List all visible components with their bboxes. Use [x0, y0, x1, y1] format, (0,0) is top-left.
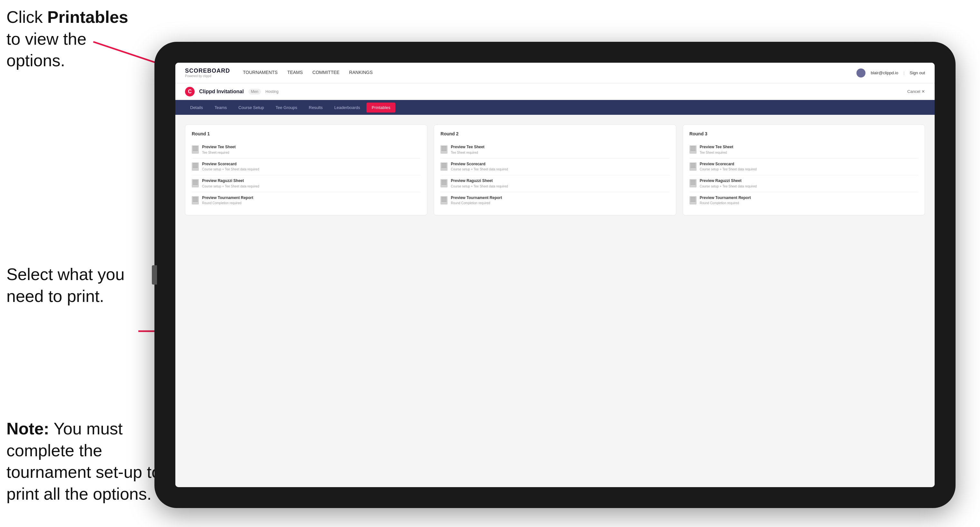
- document-icon: [192, 145, 199, 154]
- print-item-sub: Round Completion required: [202, 201, 253, 205]
- tournament-name: Clippd Invitational: [199, 89, 244, 95]
- print-text-r3-i1: Preview Tee SheetTee Sheet required: [700, 145, 733, 155]
- print-item-sub: Course setup + Tee Sheet data required: [451, 184, 508, 189]
- print-text-r1-i1: Preview Tee SheetTee Sheet required: [202, 145, 236, 155]
- annotation-bottom: Note: You must complete the tournament s…: [6, 418, 161, 505]
- print-item-title: Preview Tournament Report: [451, 195, 502, 201]
- print-item-r3-i4[interactable]: Preview Tournament ReportRound Completio…: [689, 192, 918, 209]
- print-text-r3-i3: Preview Raguzzi SheetCourse setup + Tee …: [700, 178, 757, 189]
- tab-leaderboards[interactable]: Leaderboards: [329, 103, 365, 113]
- tablet-screen: SCOREBOARD Powered by clippd TOURNAMENTS…: [175, 63, 935, 487]
- document-icon: [192, 162, 199, 171]
- tablet-side-button: [152, 265, 157, 284]
- print-item-sub: Tee Sheet required: [700, 151, 733, 155]
- print-item-r2-i4[interactable]: Preview Tournament ReportRound Completio…: [441, 192, 669, 209]
- document-icon: [441, 145, 447, 154]
- print-item-title: Preview Scorecard: [700, 162, 757, 167]
- rounds-container: Round 1Preview Tee SheetTee Sheet requir…: [185, 124, 925, 216]
- print-item-r2-i2[interactable]: Preview ScorecardCourse setup + Tee Shee…: [441, 159, 669, 176]
- top-nav: SCOREBOARD Powered by clippd TOURNAMENTS…: [175, 63, 935, 83]
- print-item-title: Preview Scorecard: [202, 162, 259, 167]
- document-icon: [689, 179, 697, 187]
- nav-link-committee[interactable]: COMMITTEE: [312, 68, 339, 77]
- print-item-title: Preview Raguzzi Sheet: [700, 178, 757, 184]
- print-item-title: Preview Tee Sheet: [700, 145, 733, 150]
- print-item-sub: Course setup + Tee Sheet data required: [202, 167, 259, 172]
- sign-out-link[interactable]: Sign out: [910, 70, 925, 75]
- tab-results[interactable]: Results: [304, 103, 328, 113]
- print-text-r2-i1: Preview Tee SheetTee Sheet required: [451, 145, 485, 155]
- sub-tabs: Details Teams Course Setup Tee Groups Re…: [175, 100, 935, 115]
- print-text-r2-i4: Preview Tournament ReportRound Completio…: [451, 195, 502, 206]
- print-text-r1-i2: Preview ScorecardCourse setup + Tee Shee…: [202, 162, 259, 172]
- print-item-r1-i4[interactable]: Preview Tournament ReportRound Completio…: [192, 192, 420, 209]
- print-item-title: Preview Raguzzi Sheet: [451, 178, 508, 184]
- print-item-sub: Round Completion required: [451, 201, 502, 205]
- document-icon: [689, 162, 697, 171]
- nav-link-tournaments[interactable]: TOURNAMENTS: [243, 68, 278, 77]
- print-item-title: Preview Raguzzi Sheet: [202, 178, 259, 184]
- tab-course-setup[interactable]: Course Setup: [233, 103, 269, 113]
- tournament-header: C Clippd Invitational Men Hosting Cancel…: [175, 83, 935, 100]
- tab-details[interactable]: Details: [185, 103, 208, 113]
- print-item-sub: Tee Sheet required: [451, 151, 485, 155]
- tab-teams[interactable]: Teams: [210, 103, 232, 113]
- logo-powered: Powered by clippd: [185, 74, 230, 78]
- round-title-3: Round 3: [689, 131, 918, 137]
- main-content: Round 1Preview Tee SheetTee Sheet requir…: [175, 115, 935, 487]
- round-title-1: Round 1: [192, 131, 420, 137]
- print-item-title: Preview Tee Sheet: [451, 145, 485, 150]
- cancel-button[interactable]: Cancel ✕: [907, 89, 925, 94]
- user-avatar: [856, 68, 865, 78]
- print-text-r1-i3: Preview Raguzzi SheetCourse setup + Tee …: [202, 178, 259, 189]
- print-item-r3-i2[interactable]: Preview ScorecardCourse setup + Tee Shee…: [689, 159, 918, 176]
- tab-printables[interactable]: Printables: [366, 103, 395, 113]
- print-item-sub: Course setup + Tee Sheet data required: [451, 167, 508, 172]
- nav-left: SCOREBOARD Powered by clippd TOURNAMENTS…: [185, 68, 372, 78]
- logo-scoreboard: SCOREBOARD: [185, 68, 230, 74]
- tournament-status: Hosting: [266, 89, 278, 94]
- print-item-sub: Course setup + Tee Sheet data required: [202, 184, 259, 189]
- print-item-title: Preview Tournament Report: [202, 195, 253, 201]
- user-email: blair@clippd.io: [870, 70, 898, 75]
- print-item-title: Preview Scorecard: [451, 162, 508, 167]
- annotation-middle: Select what you need to print.: [6, 264, 142, 307]
- print-text-r2-i3: Preview Raguzzi SheetCourse setup + Tee …: [451, 178, 508, 189]
- tablet-frame: SCOREBOARD Powered by clippd TOURNAMENTS…: [154, 42, 956, 508]
- print-item-r1-i2[interactable]: Preview ScorecardCourse setup + Tee Shee…: [192, 159, 420, 176]
- print-item-title: Preview Tee Sheet: [202, 145, 236, 150]
- print-item-r2-i3[interactable]: Preview Raguzzi SheetCourse setup + Tee …: [441, 175, 669, 192]
- tournament-logo: C: [185, 87, 195, 97]
- print-item-r3-i1[interactable]: Preview Tee SheetTee Sheet required: [689, 141, 918, 159]
- document-icon: [192, 196, 199, 205]
- round-title-2: Round 2: [441, 131, 669, 137]
- round-column-1: Round 1Preview Tee SheetTee Sheet requir…: [185, 124, 427, 216]
- annotation-bottom-text: Note: You must complete the tournament s…: [6, 419, 161, 503]
- print-item-sub: Round Completion required: [700, 201, 751, 205]
- print-item-r2-i1[interactable]: Preview Tee SheetTee Sheet required: [441, 141, 669, 159]
- print-item-r1-i3[interactable]: Preview Raguzzi SheetCourse setup + Tee …: [192, 175, 420, 192]
- document-icon: [441, 196, 447, 205]
- tournament-badge: Men: [248, 89, 261, 95]
- print-item-r1-i1[interactable]: Preview Tee SheetTee Sheet required: [192, 141, 420, 159]
- print-text-r1-i4: Preview Tournament ReportRound Completio…: [202, 195, 253, 206]
- round-column-3: Round 3Preview Tee SheetTee Sheet requir…: [683, 124, 925, 216]
- nav-link-teams[interactable]: TEAMS: [287, 68, 303, 77]
- print-item-sub: Tee Sheet required: [202, 151, 236, 155]
- print-item-sub: Course setup + Tee Sheet data required: [700, 167, 757, 172]
- round-column-2: Round 2Preview Tee SheetTee Sheet requir…: [434, 124, 676, 216]
- print-text-r3-i2: Preview ScorecardCourse setup + Tee Shee…: [700, 162, 757, 172]
- print-text-r2-i2: Preview ScorecardCourse setup + Tee Shee…: [451, 162, 508, 172]
- annotation-middle-text: Select what you need to print.: [6, 265, 124, 305]
- nav-right: blair@clippd.io | Sign out: [856, 68, 925, 78]
- print-item-sub: Course setup + Tee Sheet data required: [700, 184, 757, 189]
- document-icon: [441, 179, 447, 187]
- document-icon: [689, 196, 697, 205]
- print-item-r3-i3[interactable]: Preview Raguzzi SheetCourse setup + Tee …: [689, 175, 918, 192]
- logo-area: SCOREBOARD Powered by clippd: [185, 68, 230, 78]
- tab-tee-groups[interactable]: Tee Groups: [270, 103, 302, 113]
- tournament-info: C Clippd Invitational Men Hosting: [185, 87, 278, 97]
- nav-link-rankings[interactable]: RANKINGS: [349, 68, 372, 77]
- document-icon: [192, 179, 199, 187]
- document-icon: [689, 145, 697, 154]
